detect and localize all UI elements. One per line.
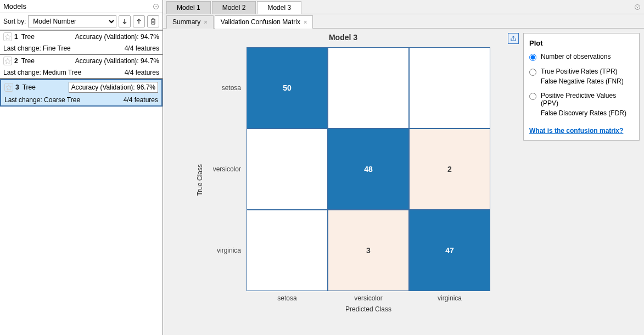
svg-point-0 <box>154 4 159 9</box>
sub-tabs: Summary×Validation Confusion Matrix× <box>163 14 644 29</box>
model-features: 4/4 features <box>124 96 158 104</box>
model-item-2[interactable]: 2 Tree Accuracy (Validation): 94.7% Last… <box>0 55 163 79</box>
chart-title: Model 3 <box>167 33 519 42</box>
sub-tab-validation-confusion-matrix[interactable]: Validation Confusion Matrix× <box>215 15 313 29</box>
export-plot-button[interactable] <box>508 33 519 44</box>
plot-option-radio[interactable] <box>529 93 536 100</box>
confusion-matrix: True Class setosa50versicolor482virginic… <box>167 47 519 313</box>
plot-option[interactable]: True Positive Rates (TPR)False Negative … <box>529 68 634 85</box>
model-number: 3 <box>15 83 19 91</box>
matrix-cell <box>409 47 490 129</box>
col-label: virginica <box>409 294 490 302</box>
col-label: setosa <box>247 294 328 302</box>
star-icon[interactable] <box>4 83 13 92</box>
plot-option[interactable]: Number of observations <box>529 53 634 61</box>
sub-tab-label: Summary <box>172 18 200 26</box>
close-icon[interactable]: × <box>304 19 307 25</box>
model-accuracy: Accuracy (Validation): 96.7% <box>69 82 158 93</box>
svg-point-1 <box>635 4 640 9</box>
model-tabs: Model 1Model 2Model 3 <box>163 0 644 14</box>
model-last-change: Last change: Coarse Tree <box>4 96 80 104</box>
plot-option-radio[interactable] <box>529 69 536 76</box>
sub-tab-summary[interactable]: Summary× <box>166 15 214 29</box>
model-list: 1 Tree Accuracy (Validation): 94.7% Last… <box>0 31 163 107</box>
model-type: Tree <box>21 57 35 65</box>
model-number: 2 <box>14 57 18 65</box>
matrix-cell: 3 <box>328 210 409 291</box>
model-type: Tree <box>23 83 36 91</box>
help-link[interactable]: What is the confusion matrix? <box>529 127 623 135</box>
plot-option-label: Positive Predictive Values (PPV) <box>541 92 634 107</box>
model-tab-1[interactable]: Model 1 <box>166 1 211 14</box>
sort-asc-button[interactable] <box>133 15 145 27</box>
matrix-cell: 50 <box>247 47 328 129</box>
star-icon[interactable] <box>3 57 12 65</box>
model-tab-2[interactable]: Model 2 <box>212 1 256 14</box>
plot-option-label: False Discovery Rates (FDR) <box>541 109 634 117</box>
model-item-3[interactable]: 3 Tree Accuracy (Validation): 96.7% Last… <box>0 79 163 107</box>
row-label: virginica <box>208 210 247 291</box>
plot-options-panel: Plot Number of observationsTrue Positive… <box>523 33 640 141</box>
col-label: versicolor <box>328 294 409 302</box>
plot-option-label: Number of observations <box>541 53 611 60</box>
sort-bar: Sort by: Model Number <box>0 13 163 31</box>
matrix-cell: 47 <box>409 210 490 291</box>
model-features: 4/4 features <box>125 69 159 76</box>
matrix-cell: 48 <box>328 129 409 210</box>
tabs-menu-icon[interactable] <box>634 4 641 10</box>
models-panel-header: Models <box>0 0 163 13</box>
models-panel-title: Models <box>3 2 26 10</box>
model-last-change: Last change: Medium Tree <box>3 69 81 76</box>
row-label: setosa <box>208 47 247 129</box>
models-panel: Models Sort by: Model Number 1 Tree Accu… <box>0 0 163 335</box>
matrix-cell: 2 <box>409 129 490 210</box>
sub-tab-label: Validation Confusion Matrix <box>221 18 300 26</box>
panel-menu-icon[interactable] <box>153 3 159 10</box>
content-area: Model 3 True Class setosa50versicolor482… <box>163 29 644 335</box>
matrix-cell <box>247 210 328 291</box>
plot-option-label: False Negative Rates (FNR) <box>541 77 624 85</box>
x-axis-label: Predicted Class <box>247 305 490 313</box>
model-last-change: Last change: Fine Tree <box>3 44 71 52</box>
matrix-cell <box>328 47 409 129</box>
delete-button[interactable] <box>147 15 159 27</box>
model-item-1[interactable]: 1 Tree Accuracy (Validation): 94.7% Last… <box>0 31 163 55</box>
plot-panel-title: Plot <box>529 39 634 47</box>
model-number: 1 <box>14 33 18 41</box>
sort-desc-button[interactable] <box>119 15 131 27</box>
model-accuracy: Accuracy (Validation): 94.7% <box>75 33 159 41</box>
matrix-cell <box>247 129 328 210</box>
model-accuracy: Accuracy (Validation): 94.7% <box>75 57 159 65</box>
y-axis-label: True Class <box>196 164 204 196</box>
plot-option[interactable]: Positive Predictive Values (PPV)False Di… <box>529 92 634 117</box>
plot-option-label: True Positive Rates (TPR) <box>541 68 624 75</box>
close-icon[interactable]: × <box>204 19 207 25</box>
star-icon[interactable] <box>3 32 12 41</box>
sort-select[interactable]: Model Number <box>28 15 116 27</box>
model-type: Tree <box>21 33 35 41</box>
model-features: 4/4 features <box>125 44 159 52</box>
model-tab-3[interactable]: Model 3 <box>257 1 301 14</box>
right-area: Model 1Model 2Model 3 Summary×Validation… <box>163 0 644 335</box>
row-label: versicolor <box>208 129 247 210</box>
chart-area: Model 3 True Class setosa50versicolor482… <box>167 33 519 331</box>
sort-label: Sort by: <box>3 18 26 25</box>
plot-option-radio[interactable] <box>529 54 536 61</box>
